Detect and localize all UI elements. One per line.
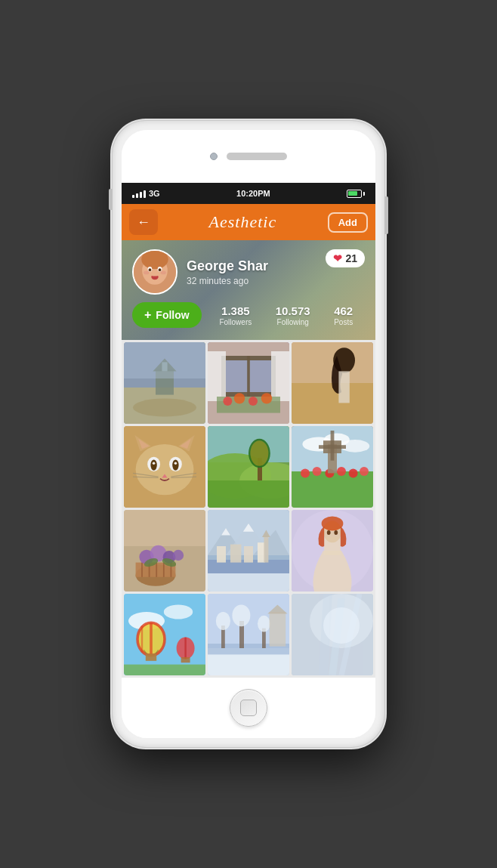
following-label: Following bbox=[276, 318, 310, 326]
svg-rect-108 bbox=[258, 542, 265, 562]
signal-bar-4 bbox=[144, 190, 146, 198]
svg-point-6 bbox=[159, 268, 162, 271]
svg-point-69 bbox=[301, 468, 310, 477]
avatar-image bbox=[134, 251, 176, 293]
battery-icon bbox=[347, 190, 365, 198]
svg-point-32 bbox=[261, 393, 272, 403]
grid-item-6[interactable] bbox=[292, 426, 373, 508]
profile-top: George Shar 32 minutes ago ❤ 21 bbox=[132, 249, 365, 295]
add-button[interactable]: Add bbox=[328, 212, 368, 233]
svg-point-8 bbox=[151, 273, 158, 276]
camera-dot bbox=[210, 153, 218, 160]
battery-tip bbox=[363, 192, 365, 196]
svg-point-17 bbox=[133, 398, 196, 416]
svg-point-10 bbox=[160, 271, 165, 275]
phone-frame: 3G 10:20PM ← Aesthetic Add bbox=[113, 121, 384, 747]
posts-label: Posts bbox=[334, 318, 353, 326]
svg-point-5 bbox=[149, 268, 152, 271]
svg-point-144 bbox=[258, 616, 270, 632]
svg-point-140 bbox=[216, 612, 230, 630]
svg-point-29 bbox=[223, 397, 232, 406]
grid-item-3[interactable] bbox=[292, 342, 373, 424]
grid-item-1[interactable] bbox=[124, 342, 205, 424]
svg-rect-26 bbox=[208, 351, 226, 401]
svg-point-72 bbox=[337, 467, 346, 476]
svg-point-117 bbox=[322, 516, 344, 530]
stat-items: 1.385 Followers 10.573 Following 462 Pos… bbox=[208, 304, 365, 326]
svg-point-153 bbox=[323, 607, 360, 644]
svg-rect-35 bbox=[292, 383, 373, 424]
svg-point-119 bbox=[334, 530, 338, 535]
app-header: ← Aesthetic Add bbox=[122, 204, 375, 240]
heart-icon: ❤ bbox=[333, 252, 342, 264]
signal-bar-2 bbox=[136, 193, 138, 198]
grid-item-2[interactable] bbox=[208, 342, 289, 424]
svg-rect-37 bbox=[338, 371, 349, 403]
svg-point-9 bbox=[144, 271, 149, 275]
bottom-bezel bbox=[122, 678, 375, 738]
grid-item-10[interactable] bbox=[124, 594, 205, 675]
posts-value: 462 bbox=[334, 304, 353, 317]
svg-rect-82 bbox=[124, 510, 205, 546]
svg-rect-145 bbox=[270, 612, 286, 647]
followers-label: Followers bbox=[219, 318, 252, 326]
stat-followers: 1.385 Followers bbox=[219, 304, 252, 326]
svg-point-48 bbox=[153, 462, 156, 465]
profile-time: 32 minutes ago bbox=[187, 276, 316, 286]
status-time: 10:20PM bbox=[236, 189, 270, 198]
signal-bar-3 bbox=[140, 192, 142, 198]
back-button[interactable]: ← bbox=[129, 209, 158, 235]
grid-item-5[interactable] bbox=[208, 426, 289, 508]
back-icon: ← bbox=[137, 215, 150, 230]
svg-point-94 bbox=[173, 550, 184, 561]
svg-point-70 bbox=[313, 467, 322, 476]
battery-body bbox=[347, 190, 362, 198]
svg-point-46 bbox=[150, 459, 156, 470]
followers-value: 1.385 bbox=[219, 304, 252, 317]
grid-item-7[interactable] bbox=[124, 510, 205, 592]
svg-point-118 bbox=[327, 530, 331, 535]
front-speaker bbox=[227, 153, 287, 160]
network-type: 3G bbox=[149, 189, 160, 198]
grid-item-8[interactable] bbox=[208, 510, 289, 592]
phone-screen: 3G 10:20PM ← Aesthetic Add bbox=[122, 130, 375, 738]
grid-item-12[interactable] bbox=[292, 594, 373, 675]
status-bar: 3G 10:20PM bbox=[122, 183, 375, 204]
follow-plus-icon: + bbox=[144, 308, 151, 322]
top-bezel bbox=[122, 130, 375, 183]
profile-section: George Shar 32 minutes ago ❤ 21 + Follow bbox=[122, 240, 375, 340]
svg-rect-128 bbox=[146, 653, 156, 661]
follow-button[interactable]: + Follow bbox=[132, 302, 202, 328]
grid-item-11[interactable] bbox=[208, 594, 289, 675]
svg-point-74 bbox=[360, 467, 369, 476]
like-badge: ❤ 21 bbox=[326, 249, 365, 267]
home-button[interactable] bbox=[230, 689, 267, 727]
stat-posts: 462 Posts bbox=[334, 304, 353, 326]
stats-row: + Follow 1.385 Followers 10.573 Followin… bbox=[132, 302, 365, 334]
svg-point-123 bbox=[164, 604, 193, 619]
svg-point-39 bbox=[136, 444, 194, 495]
home-button-inner bbox=[240, 700, 257, 716]
like-count: 21 bbox=[345, 252, 357, 264]
status-left: 3G bbox=[132, 189, 160, 198]
signal-bars bbox=[132, 189, 146, 198]
following-value: 10.573 bbox=[276, 304, 310, 317]
svg-point-73 bbox=[349, 468, 358, 477]
screen-content: 3G 10:20PM ← Aesthetic Add bbox=[122, 183, 375, 678]
grid-item-9[interactable] bbox=[292, 510, 373, 592]
svg-rect-27 bbox=[271, 351, 289, 401]
grid-item-4[interactable] bbox=[124, 426, 205, 508]
signal-bar-1 bbox=[132, 195, 134, 198]
svg-rect-105 bbox=[217, 546, 226, 563]
svg-point-62 bbox=[250, 440, 268, 466]
follow-label: Follow bbox=[156, 309, 189, 321]
svg-point-142 bbox=[232, 604, 250, 626]
svg-point-31 bbox=[248, 397, 258, 406]
profile-content: George Shar 32 minutes ago ❤ 21 + Follow bbox=[122, 240, 375, 340]
battery-fill bbox=[348, 191, 357, 196]
stat-following: 10.573 Following bbox=[276, 304, 310, 326]
svg-rect-133 bbox=[181, 657, 190, 663]
svg-point-49 bbox=[174, 462, 178, 465]
app-title: Aesthetic bbox=[209, 212, 277, 232]
svg-rect-16 bbox=[124, 342, 205, 378]
